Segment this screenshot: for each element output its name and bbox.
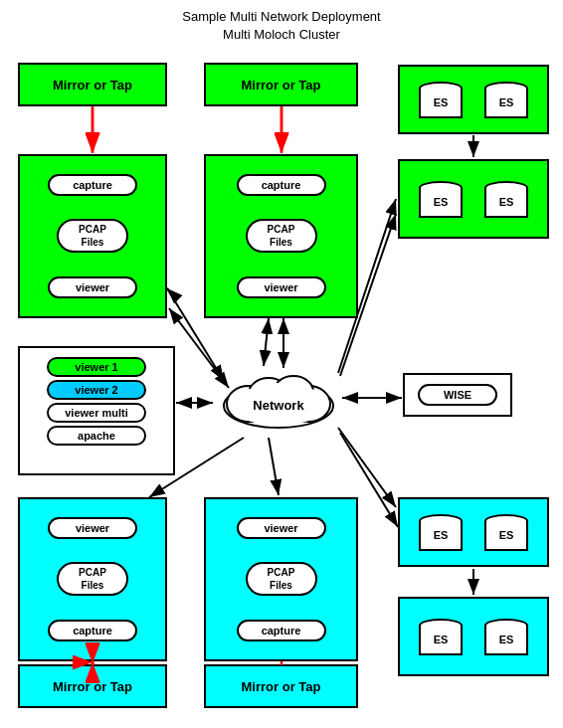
es-cylinder-5: ES <box>419 514 463 551</box>
top-middle-mirror-box: Mirror or Tap <box>204 63 358 106</box>
bottom-middle-mirror-box: Mirror or Tap <box>204 664 358 708</box>
es-label-5: ES <box>419 521 463 551</box>
green-box-left: capture PCAPFiles viewer <box>18 154 167 318</box>
es-cylinder-1: ES <box>419 82 463 118</box>
bottom-middle-mirror-label: Mirror or Tap <box>242 679 321 694</box>
top-middle-mirror-label: Mirror or Tap <box>242 78 321 92</box>
green-mid-viewer: viewer <box>237 276 326 298</box>
svg-line-34 <box>269 438 279 495</box>
top-left-mirror-box: Mirror or Tap <box>18 63 167 106</box>
es-label-8: ES <box>484 626 528 655</box>
svg-line-27 <box>264 318 269 366</box>
bottom-left-mirror-label: Mirror or Tap <box>53 679 132 694</box>
svg-line-40 <box>167 288 169 290</box>
cyan-mid-pcap: PCAPFiles <box>246 562 317 596</box>
cyan-left-pcap: PCAPFiles <box>57 562 128 596</box>
es-label-3: ES <box>419 188 463 218</box>
cyan-left-capture: capture <box>48 620 137 641</box>
green-left-viewer: viewer <box>48 276 137 298</box>
es-label-2: ES <box>484 89 528 118</box>
es-label-7: ES <box>419 626 463 655</box>
cyan-box-left: viewer PCAPFiles capture <box>18 497 167 661</box>
page-title: Sample Multi Network Deployment Multi Mo… <box>0 0 563 44</box>
viewer-list-box: viewer 1 viewer 2 viewer multi apache <box>18 346 175 475</box>
viewer-item-1: viewer 1 <box>47 357 146 377</box>
network-cloud: Network <box>214 366 343 436</box>
viewer-item-2: viewer 2 <box>47 380 146 400</box>
es-bottom-right-1: ES ES <box>398 497 549 567</box>
es-label-4: ES <box>484 188 528 218</box>
es-label-1: ES <box>419 89 463 118</box>
es-cylinder-6: ES <box>484 514 528 551</box>
es-cylinder-7: ES <box>419 619 463 655</box>
wise-label: WISE <box>418 384 497 406</box>
es-bottom-right-2: ES ES <box>398 597 549 676</box>
es-label-6: ES <box>484 521 528 551</box>
green-left-pcap: PCAPFiles <box>57 219 128 253</box>
cyan-left-viewer: viewer <box>48 517 137 539</box>
es-top-right-1: ES ES <box>398 65 549 134</box>
svg-line-35 <box>338 428 396 507</box>
green-left-capture: capture <box>48 174 137 196</box>
wise-box: WISE <box>403 373 512 417</box>
top-left-mirror-label: Mirror or Tap <box>53 78 132 92</box>
green-mid-pcap: PCAPFiles <box>246 219 317 253</box>
es-cylinder-8: ES <box>484 619 528 655</box>
viewer-item-4: apache <box>47 426 146 446</box>
green-mid-capture: capture <box>237 174 326 196</box>
es-cylinder-2: ES <box>484 82 528 118</box>
es-cylinder-4: ES <box>484 181 528 218</box>
svg-text:Network: Network <box>253 398 304 413</box>
es-top-right-2: ES ES <box>398 159 549 239</box>
es-cylinder-3: ES <box>419 181 463 218</box>
bottom-left-mirror-box: Mirror or Tap <box>18 664 167 708</box>
cyan-mid-viewer: viewer <box>237 517 326 539</box>
cyan-mid-capture: capture <box>237 620 326 641</box>
cyan-box-middle: viewer PCAPFiles capture <box>204 497 358 661</box>
green-box-middle: capture PCAPFiles viewer <box>204 154 358 318</box>
viewer-item-3: viewer multi <box>47 403 146 423</box>
